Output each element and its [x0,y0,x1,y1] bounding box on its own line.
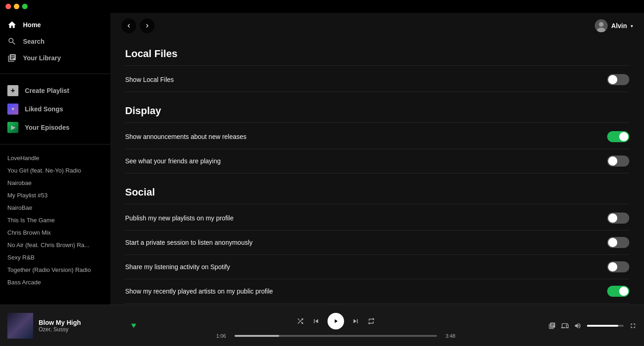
sidebar-playlist-area: LoveHandle You Girl (feat. Ne-Yo) Radio … [0,148,110,305]
section-title-social: Social [125,177,629,204]
toggle-share-activity[interactable] [607,261,629,272]
volume-icon [574,322,581,329]
plus-symbol: + [11,86,15,95]
list-item[interactable]: NairoBae [0,202,110,214]
sidebar-divider-1 [0,74,110,74]
sidebar-item-home[interactable]: Home [0,17,110,33]
your-episodes-label: Your Episodes [25,124,69,131]
player-controls: 1:06 3:48 [136,313,535,339]
sidebar-actions: + Create Playlist ♥ Liked Songs ▶ Your E… [0,78,110,140]
settings-section-social: Social Publish my new playlists on my pr… [125,177,629,304]
create-playlist-label: Create Playlist [25,87,69,94]
heart-symbol: ♥ [11,106,14,112]
player-right-controls [535,322,637,329]
sidebar-item-your-episodes[interactable]: ▶ Your Episodes [0,118,110,137]
list-item[interactable]: Sexy R&B [0,251,110,264]
toggle-private-session[interactable] [607,237,629,248]
prev-button[interactable] [312,317,320,325]
settings-content: Local Files Show Local Files Display Sho… [110,39,644,305]
row-label-share-activity: Share my listening activity on Spotify [125,263,230,271]
track-artist: Ozer, Sussy [39,326,126,333]
list-item[interactable]: Together (Radio Version) Radio [0,264,110,276]
devices-icon [561,322,569,329]
album-art [7,313,33,339]
sidebar-divider-2 [0,144,110,144]
progress-bar[interactable] [235,335,437,337]
list-item[interactable]: No Air (feat. Chris Brown) Ra... [0,239,110,251]
play-icon [333,318,339,324]
back-button[interactable] [121,18,136,33]
svg-point-1 [599,22,604,27]
topbar: Alvin ▾ [110,13,644,39]
list-item[interactable]: My Playlist #53 [0,189,110,202]
row-label-show-recent-artists: Show my recently played artists on my pu… [125,288,273,295]
toggle-show-local-files[interactable] [607,74,629,85]
app-body: Home Search Your Library + Crea [0,13,644,305]
list-item[interactable]: Chris Brown Mix [0,226,110,239]
list-item[interactable]: Bass Arcade [0,276,110,288]
album-art-image [7,313,33,339]
player-buttons [296,313,375,329]
player-bar: Blow My High Ozer, Sussy ♥ [0,305,644,346]
sidebar-item-create-playlist[interactable]: + Create Playlist [0,81,110,100]
player-progress: 1:06 3:48 [216,333,455,339]
sidebar-item-search[interactable]: Search [0,33,110,50]
time-current: 1:06 [216,333,231,339]
sidebar-library-label: Your Library [23,54,61,62]
sidebar-item-liked-songs[interactable]: ♥ Liked Songs [0,100,110,118]
devices-button[interactable] [561,322,569,329]
toggle-slider [607,131,629,142]
section-title-local-files: Local Files [125,39,629,66]
shuffle-icon [296,317,305,325]
user-area[interactable]: Alvin ▾ [595,19,633,32]
repeat-button[interactable] [367,317,375,325]
toggle-see-friends[interactable] [607,156,629,167]
toggle-show-recent-artists[interactable] [607,286,629,297]
list-item[interactable]: Nairobae [0,177,110,189]
queue-icon [548,322,556,329]
volume-bar[interactable] [587,325,624,327]
row-label-private-session: Start a private session to listen anonym… [125,239,253,246]
settings-section-local-files: Local Files Show Local Files [125,39,629,92]
toggle-slider [607,237,629,248]
list-item[interactable]: You Girl (feat. Ne-Yo) Radio [0,164,110,177]
toggle-publish-playlists[interactable] [607,213,629,224]
settings-row-show-local-files: Show Local Files [125,68,629,92]
sidebar: Home Search Your Library + Crea [0,13,110,305]
settings-row-show-announcements: Show announcements about new releases [125,125,629,149]
track-name: Blow My High [39,319,126,326]
toggle-slider [607,261,629,272]
maximize-button[interactable] [22,4,28,9]
fullscreen-button[interactable] [629,322,637,329]
user-name: Alvin [611,22,627,29]
toggle-show-announcements[interactable] [607,131,629,142]
like-button[interactable]: ♥ [131,321,136,330]
queue-button[interactable] [548,322,556,329]
home-icon [7,20,17,29]
close-button[interactable] [6,4,11,9]
list-item[interactable]: This Is The Game [0,214,110,226]
toggle-slider [607,286,629,297]
settings-section-display: Display Show announcements about new rel… [125,96,629,173]
create-playlist-icon: + [7,85,18,96]
player-track: Blow My High Ozer, Sussy ♥ [7,313,136,339]
sidebar-item-library[interactable]: Your Library [0,50,110,66]
chevron-down-icon: ▾ [631,23,633,29]
forward-button[interactable] [140,18,155,33]
traffic-lights [6,4,28,9]
avatar-image [595,19,608,32]
toggle-slider [607,156,629,167]
settings-row-publish-playlists: Publish my new playlists on my profile [125,206,629,231]
volume-button[interactable] [574,322,581,329]
episodes-symbol: ▶ [11,124,15,131]
sidebar-home-label: Home [23,21,41,29]
forward-icon [144,22,151,29]
next-icon [351,317,360,325]
minimize-button[interactable] [14,4,19,9]
search-icon [7,37,17,46]
progress-fill [235,335,279,337]
play-button[interactable] [328,313,344,329]
list-item[interactable]: LoveHandle [0,152,110,164]
shuffle-button[interactable] [296,317,305,325]
next-button[interactable] [351,317,360,325]
